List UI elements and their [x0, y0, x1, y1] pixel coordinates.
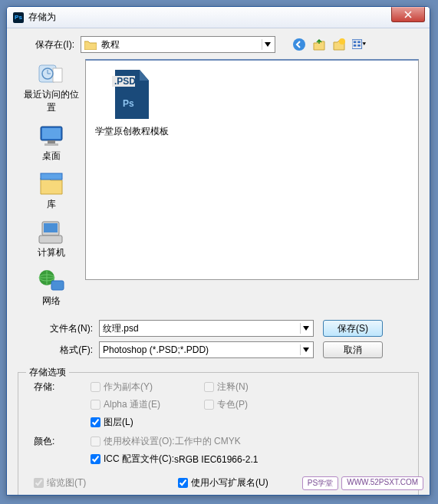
filename-input[interactable]: 纹理.psd: [99, 320, 314, 337]
sidebar-item-label: 网络: [42, 295, 61, 308]
checkbox-icc-profile[interactable]: ICC 配置文件(C): sRGB IEC61966-2.1: [91, 453, 258, 466]
svg-text:.PSD: .PSD: [114, 76, 136, 87]
checkbox-lowercase-ext[interactable]: 使用小写扩展名(U): [178, 476, 268, 489]
svg-rect-11: [48, 140, 55, 143]
svg-rect-16: [39, 236, 62, 243]
svg-rect-3: [354, 41, 357, 44]
format-dropdown[interactable]: Photoshop (*.PSD;*.PDD): [99, 341, 314, 358]
checkbox-layers[interactable]: 图层(L): [91, 416, 175, 429]
save-button[interactable]: 保存(S): [323, 320, 383, 337]
svg-text:Ps: Ps: [123, 98, 134, 109]
close-button[interactable]: [391, 7, 425, 22]
window-title: 存储为: [28, 11, 56, 24]
back-button[interactable]: [292, 38, 306, 51]
color-group-label: 颜色:: [28, 435, 91, 448]
svg-rect-2: [352, 40, 362, 49]
filename-label: 文件名(N):: [18, 322, 99, 335]
recent-places-icon: [38, 62, 65, 87]
checkbox-notes: 注释(N): [204, 380, 288, 394]
watermark: PS学堂WWW.52PSXT.COM: [302, 476, 423, 490]
places-sidebar: 最近访问的位置 桌面 库 计算机 网络: [18, 59, 85, 311]
checkbox-as-copy: 作为副本(Y): [91, 380, 175, 394]
dropdown-arrow-icon: [300, 344, 311, 355]
sidebar-item-network[interactable]: 网络: [35, 265, 68, 311]
save-group-label: 存储:: [28, 380, 91, 394]
folder-icon: [84, 40, 97, 50]
svg-point-0: [293, 38, 305, 51]
sidebar-item-label: 最近访问的位置: [21, 88, 82, 114]
sidebar-item-computer[interactable]: 计算机: [35, 217, 68, 262]
dropdown-arrow-icon: [262, 39, 272, 50]
psd-file-icon: .PSDPs: [112, 70, 152, 119]
cancel-button[interactable]: 取消: [323, 341, 383, 358]
save-as-dialog: Ps 存储为 保存在(I): 教程 最近访问的位置: [6, 6, 430, 496]
svg-point-1: [339, 38, 345, 44]
file-item[interactable]: .PSDPs 学堂原创教程模板: [95, 70, 169, 138]
sidebar-item-label: 桌面: [42, 150, 61, 163]
ps-app-icon: Ps: [13, 12, 24, 23]
checkbox-alpha: Alpha 通道(E): [91, 398, 175, 411]
file-item-label: 学堂原创教程模板: [95, 125, 169, 138]
up-one-level-button[interactable]: [312, 38, 326, 51]
checkbox-spot: 专色(P): [204, 398, 288, 411]
save-options-legend: 存储选项: [26, 366, 69, 379]
svg-rect-12: [44, 143, 58, 146]
sidebar-item-label: 计算机: [38, 246, 65, 259]
filename-value: 纹理.psd: [103, 322, 139, 335]
format-label: 格式(F):: [18, 344, 99, 357]
libraries-icon: [38, 172, 65, 196]
sidebar-item-libraries[interactable]: 库: [35, 169, 68, 214]
dropdown-arrow-icon: [300, 323, 311, 334]
sidebar-item-label: 库: [47, 198, 56, 211]
checkbox-proof: 使用校样设置(O): 工作中的 CMYK: [91, 435, 241, 448]
svg-rect-5: [354, 44, 357, 47]
svg-rect-19: [51, 281, 64, 290]
dialog-content: 保存在(I): 教程 最近访问的位置 桌面: [7, 28, 430, 495]
new-folder-button[interactable]: [332, 38, 346, 51]
view-menu-button[interactable]: [352, 38, 366, 51]
sidebar-item-recent[interactable]: 最近访问的位置: [18, 59, 85, 117]
format-value: Photoshop (*.PSD;*.PDD): [103, 344, 209, 355]
close-icon: [404, 11, 412, 18]
svg-rect-15: [44, 223, 58, 232]
svg-rect-13: [41, 173, 62, 180]
svg-rect-6: [357, 44, 361, 47]
desktop-icon: [38, 124, 65, 148]
computer-icon: [38, 220, 65, 245]
svg-rect-10: [42, 128, 61, 139]
sidebar-item-desktop[interactable]: 桌面: [35, 120, 68, 166]
checkbox-thumbnail: 缩览图(T): [34, 476, 149, 489]
file-list-area[interactable]: .PSDPs 学堂原创教程模板: [85, 59, 419, 280]
save-in-dropdown[interactable]: 教程: [81, 36, 275, 53]
save-in-value: 教程: [101, 38, 120, 51]
titlebar: Ps 存储为: [7, 7, 430, 28]
svg-rect-4: [357, 41, 361, 44]
save-in-label: 保存在(I):: [18, 38, 81, 51]
network-icon: [38, 268, 65, 293]
